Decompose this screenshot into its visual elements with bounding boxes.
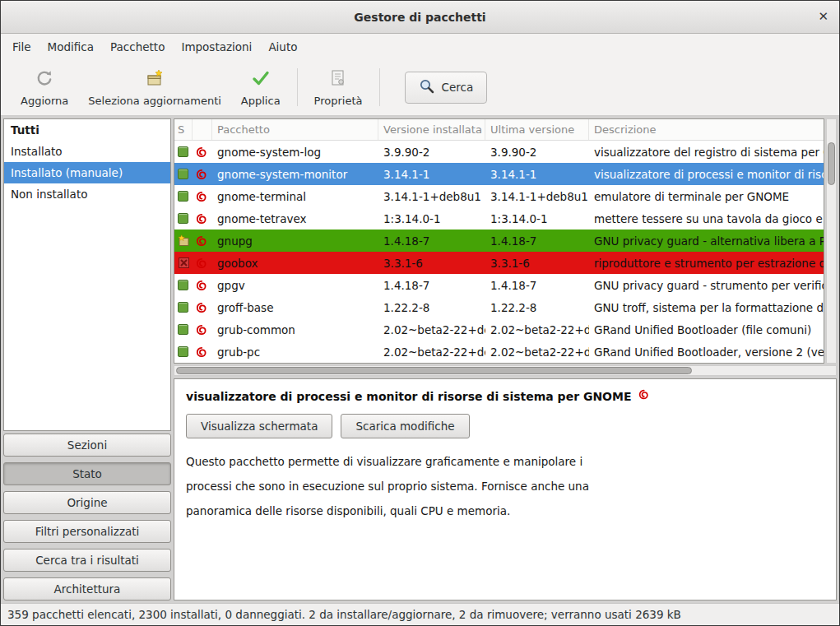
- package-description: GRand Unified Bootloader (file comuni): [589, 318, 824, 341]
- package-row[interactable]: grub-common2.02~beta2-22+de2.02~beta2-22…: [174, 318, 824, 341]
- filter-item[interactable]: Tutti: [4, 119, 170, 141]
- status-installed-icon: [178, 346, 188, 357]
- reload-button[interactable]: Aggiorna: [11, 64, 78, 111]
- details-pane: visualizzatore di processi e monitor di …: [174, 378, 837, 600]
- description-line: processi che sono in esecuzione sul prop…: [186, 474, 824, 498]
- installed-version: 1.4.18-7: [378, 230, 485, 252]
- filter-item[interactable]: Installato: [4, 141, 170, 162]
- latest-version: 3.14.1-1+deb8u1: [485, 185, 589, 207]
- table-header: SPacchettoVersione installataUltima vers…: [174, 119, 824, 141]
- apply-check-icon: [251, 68, 271, 91]
- menu-item-pacchetto[interactable]: Pacchetto: [102, 37, 173, 57]
- apply-button[interactable]: Applica: [231, 64, 290, 111]
- package-name: grub-common: [212, 318, 378, 341]
- package-name: gnome-terminal: [212, 185, 378, 207]
- debian-swirl-icon: [195, 146, 208, 159]
- status-installed-icon: [178, 302, 188, 313]
- vertical-scrollbar[interactable]: [826, 118, 837, 364]
- package-table: SPacchettoVersione installataUltima vers…: [174, 118, 824, 364]
- latest-version: 1:3.14.0-1: [485, 207, 589, 230]
- properties-label: Proprietà: [314, 95, 363, 107]
- status-installed-icon: [178, 146, 188, 157]
- debian-swirl-icon: [195, 257, 208, 270]
- status-installed-icon: [178, 324, 188, 335]
- reload-label: Aggiorna: [21, 95, 68, 107]
- package-row[interactable]: gnome-system-log3.9.90-23.9.90-2visualiz…: [174, 141, 824, 163]
- package-description: emulatore di terminale per GNOME: [589, 185, 824, 207]
- package-row[interactable]: groff-base1.22.2-81.22.2-8GNU troff, sis…: [174, 296, 824, 318]
- side-button-architettura[interactable]: Architettura: [3, 577, 171, 600]
- side-buttons: SezioniStatoOrigineFiltri personalizzati…: [3, 434, 171, 600]
- package-row[interactable]: gnome-system-monitor3.14.1-13.14.1-1visu…: [174, 163, 824, 185]
- status-marked-remove-icon: [178, 257, 190, 269]
- menu-bar: FileModificaPacchettoImpostazioniAiuto: [1, 34, 839, 59]
- window-title: Gestore di pacchetti: [354, 11, 485, 24]
- menu-item-impostazioni[interactable]: Impostazioni: [173, 37, 260, 57]
- package-description: visualizzatore di processi e monitor di …: [589, 163, 824, 185]
- properties-button[interactable]: Proprietà: [304, 64, 373, 111]
- package-row[interactable]: gpgv1.4.18-71.4.18-7GNU privacy guard - …: [174, 274, 824, 296]
- status-installed-icon: [178, 191, 188, 202]
- screenshot-button[interactable]: Visualizza schermata: [186, 414, 332, 438]
- column-header[interactable]: Versione installata: [378, 119, 485, 140]
- side-button-cerca-tra-i-risultati[interactable]: Cerca tra i risultati: [3, 549, 171, 572]
- horizontal-scrollbar[interactable]: [174, 365, 837, 376]
- toolbar: Aggiorna Seleziona aggiornamenti Applica…: [1, 59, 839, 116]
- package-description: GNU troff, sistema per la formattazione …: [589, 296, 824, 318]
- column-header[interactable]: [193, 119, 212, 140]
- debian-swirl-icon: [195, 168, 208, 181]
- search-icon: [419, 78, 435, 97]
- horizontal-scrollbar-thumb[interactable]: [176, 367, 692, 374]
- installed-version: 1.22.2-8: [378, 296, 485, 318]
- vertical-scrollbar-thumb[interactable]: [828, 142, 835, 185]
- installed-version: 1:3.14.0-1: [378, 207, 485, 230]
- properties-icon: [328, 68, 348, 91]
- package-row[interactable]: grub-pc2.02~beta2-22+de2.02~beta2-22+deG…: [174, 341, 824, 363]
- package-description: GRand Unified Bootloader, versione 2 (ve…: [589, 341, 824, 363]
- right-pane: SPacchettoVersione installataUltima vers…: [174, 118, 837, 600]
- column-header[interactable]: Descrizione: [589, 119, 824, 140]
- changelog-button[interactable]: Scarica modifiche: [341, 414, 469, 438]
- details-description: Questo pacchetto permette di visualizzar…: [186, 449, 824, 523]
- filter-item[interactable]: Installato (manuale): [4, 162, 170, 183]
- package-row[interactable]: gnome-tetravex1:3.14.0-11:3.14.0-1metter…: [174, 207, 824, 230]
- details-title: visualizzatore di processi e monitor di …: [186, 390, 632, 403]
- close-icon[interactable]: ✕: [818, 9, 828, 24]
- menu-item-file[interactable]: File: [4, 37, 39, 57]
- status-installed-icon: [178, 213, 188, 224]
- package-row[interactable]: gnupg1.4.18-71.4.18-7GNU privacy guard -…: [174, 230, 824, 252]
- latest-version: 3.9.90-2: [485, 141, 589, 163]
- filter-list: TuttiInstallatoInstallato (manuale)Non i…: [3, 118, 171, 431]
- side-button-origine[interactable]: Origine: [3, 491, 171, 514]
- package-manager-window: Gestore di pacchetti ✕ FileModificaPacch…: [0, 0, 840, 626]
- debian-swirl-icon: [195, 212, 208, 225]
- table-area: SPacchettoVersione installataUltima vers…: [174, 118, 837, 364]
- installed-version: 3.14.1-1: [378, 163, 485, 185]
- status-marked-install-icon: [178, 234, 190, 247]
- description-line: panoramica delle risorse disponibili, qu…: [186, 498, 824, 523]
- apply-label: Applica: [241, 95, 281, 107]
- package-description: visualizzatore del registro di sistema p…: [589, 141, 824, 163]
- side-button-stato[interactable]: Stato: [3, 462, 171, 485]
- status-bar: 359 pacchetti elencati, 2300 installati,…: [1, 603, 839, 625]
- status-installed-icon: [178, 280, 188, 290]
- installed-version: 2.02~beta2-22+de: [378, 341, 485, 363]
- menu-item-modifica[interactable]: Modifica: [39, 37, 102, 57]
- search-button[interactable]: Cerca: [405, 72, 488, 104]
- column-header[interactable]: S: [174, 119, 193, 140]
- package-row[interactable]: gnome-terminal3.14.1-1+deb8u13.14.1-1+de…: [174, 185, 824, 207]
- select-upgrades-button[interactable]: Seleziona aggiornamenti: [78, 64, 231, 111]
- column-header[interactable]: Pacchetto: [212, 119, 378, 140]
- package-row[interactable]: goobox3.3.1-63.3.1-6riproduttore e strum…: [174, 252, 824, 274]
- toolbar-separator: [297, 68, 298, 106]
- debian-swirl-icon: [195, 234, 208, 248]
- description-line: Questo pacchetto permette di visualizzar…: [186, 449, 824, 474]
- package-name: gnome-system-log: [212, 141, 378, 163]
- column-header[interactable]: Ultima versione: [485, 119, 589, 140]
- filter-item[interactable]: Non installato: [4, 183, 170, 205]
- side-button-sezioni[interactable]: Sezioni: [3, 434, 171, 457]
- side-button-filtri-personalizzati[interactable]: Filtri personalizzati: [3, 520, 171, 543]
- select-upgrades-icon: [145, 68, 165, 91]
- menu-item-aiuto[interactable]: Aiuto: [260, 37, 305, 57]
- toolbar-separator: [379, 68, 380, 106]
